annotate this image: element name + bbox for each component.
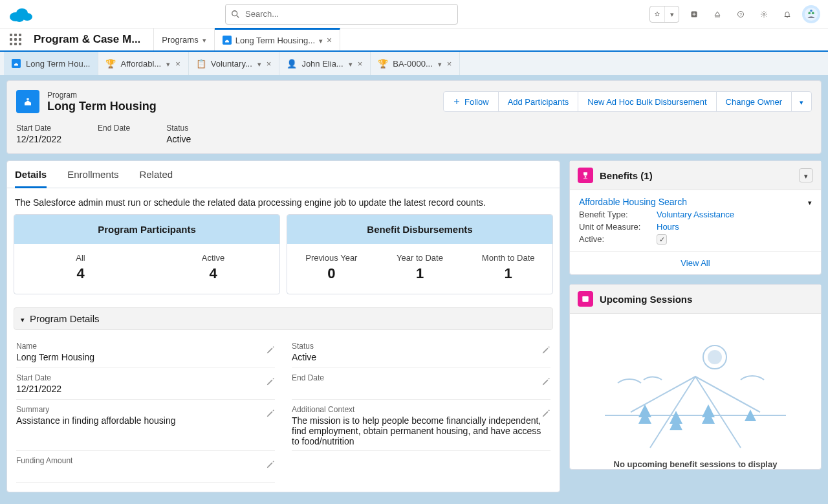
view-all-link[interactable]: View All (681, 258, 710, 268)
field-label: Unit of Measure: (579, 222, 657, 232)
record-actions: Follow Add Participants New Ad Hoc Bulk … (443, 91, 812, 112)
edit-pencil-icon[interactable] (266, 409, 275, 420)
metric-ytd: Year to Date 1 (376, 244, 464, 294)
add-participants-button[interactable]: Add Participants (498, 91, 579, 112)
ws-tab-label: Long Term Hou... (26, 59, 90, 69)
edit-pencil-icon[interactable] (541, 345, 550, 356)
change-owner-button[interactable]: Change Owner (716, 91, 792, 112)
field-value: 12/21/2022 (16, 134, 61, 144)
favorite-star-icon[interactable] (650, 6, 664, 22)
detail-tabset: Details Enrollments Related (7, 161, 560, 188)
field-value: Assistance in finding affordable housing (16, 415, 275, 427)
user-avatar[interactable] (802, 5, 820, 23)
new-disbursement-button[interactable]: New Ad Hoc Bulk Disbursement (578, 91, 716, 112)
salesforce-logo-icon (8, 5, 34, 23)
field-value: 12/21/2022 (16, 384, 275, 395)
search-icon (231, 10, 240, 19)
svg-line-5 (237, 16, 239, 17)
metric-card-participants: Program Participants All 4 Active 4 (14, 214, 280, 294)
global-search-input[interactable] (244, 8, 452, 19)
ws-tab-benefit[interactable]: 🏆 Affordabl... × (98, 52, 188, 75)
stage: Long Term Hou... 🏆 Affordabl... × 📋 Volu… (0, 52, 828, 504)
app-launcher-icon[interactable] (0, 28, 31, 50)
close-icon[interactable]: × (267, 59, 272, 69)
favorites-button-group (649, 6, 679, 23)
highlight-end-date: End Date (98, 124, 130, 144)
empty-state-text: No upcoming benefit sessions to display (579, 459, 812, 469)
chevron-down-icon[interactable] (257, 59, 261, 69)
chevron-down-icon[interactable] (319, 36, 323, 45)
chevron-down-icon[interactable] (166, 59, 170, 69)
close-icon[interactable]: × (327, 35, 332, 45)
record-header: Program Long Term Housing Follow Add Par… (6, 80, 822, 154)
global-add-icon[interactable] (686, 6, 703, 23)
empty-state-illustration-icon (605, 328, 786, 451)
benefit-type-link[interactable]: Voluntary Assistance (657, 210, 734, 219)
edit-pencil-icon[interactable] (266, 460, 275, 471)
svg-point-9 (763, 13, 765, 15)
ws-tab-contact[interactable]: 👤 John Elia... × (279, 52, 371, 75)
ws-tab-program[interactable]: Long Term Hou... (4, 52, 98, 75)
close-icon[interactable]: × (358, 59, 363, 69)
benefit-link[interactable]: Affordable Housing Search (579, 197, 687, 207)
tab-enrollments[interactable]: Enrollments (67, 169, 118, 188)
program-icon (12, 59, 21, 68)
field-label: Benefit Type: (579, 210, 657, 219)
tab-related[interactable]: Related (139, 169, 173, 188)
edit-pencil-icon[interactable] (266, 377, 275, 388)
ws-tab-label: Affordabl... (120, 59, 161, 69)
ws-tab-label: Voluntary... (211, 59, 252, 69)
field-label: Start Date (16, 124, 61, 133)
field-value (16, 466, 275, 478)
detail-panel: Details Enrollments Related The Salesfor… (6, 160, 560, 492)
section-program-details[interactable]: Program Details (14, 307, 553, 330)
card-title: Upcoming Sessions (600, 294, 813, 305)
metric-label: Month to Date (464, 253, 552, 263)
uom-link[interactable]: Hours (657, 222, 679, 232)
field-label: Active: (579, 234, 657, 245)
tab-details[interactable]: Details (15, 169, 47, 188)
metric-value: 1 (376, 265, 464, 282)
metric-value: 0 (287, 265, 376, 282)
notifications-bell-icon[interactable] (779, 6, 796, 23)
chevron-down-icon[interactable] (349, 59, 353, 69)
close-icon[interactable]: × (175, 59, 180, 69)
trophy-icon (578, 168, 593, 183)
favorites-dropdown-icon[interactable] (664, 6, 679, 22)
close-icon[interactable]: × (447, 59, 452, 69)
global-search[interactable] (225, 4, 458, 25)
card-menu-button[interactable] (799, 168, 813, 182)
chevron-down-icon (800, 97, 803, 107)
ws-tab-voluntary[interactable]: 📋 Voluntary... × (189, 52, 280, 75)
edit-pencil-icon[interactable] (541, 409, 550, 420)
chevron-down-icon[interactable] (202, 35, 206, 45)
record-entity-icon (16, 90, 39, 113)
follow-button[interactable]: Follow (443, 91, 499, 112)
field-summary: Summary Assistance in finding affordable… (16, 400, 275, 451)
metric-label: All (14, 253, 147, 263)
edit-pencil-icon[interactable] (266, 345, 275, 356)
nav-tab-label: Long Term Housing... (235, 36, 315, 45)
setup-gear-icon[interactable] (756, 6, 772, 23)
ws-tab-ba[interactable]: 🏆 BA-0000... × (371, 52, 460, 75)
svg-point-19 (708, 351, 721, 364)
field-name: Name Long Term Housing (16, 336, 275, 368)
nav-tab-programs[interactable]: Programs (154, 28, 214, 50)
chevron-down-icon[interactable] (438, 59, 442, 69)
edit-pencil-icon[interactable] (541, 377, 550, 388)
ws-tab-label: John Elia... (301, 59, 343, 69)
svg-point-13 (810, 9, 812, 12)
nav-tab-record[interactable]: Long Term Housing... × (215, 28, 341, 50)
help-icon[interactable]: ? (732, 6, 749, 23)
upcoming-sessions-card: Upcoming Sessions (569, 284, 822, 470)
metric-label: Previous Year (287, 253, 376, 263)
more-actions-button[interactable] (791, 91, 812, 112)
salesforce-help-guidance-icon[interactable] (709, 6, 726, 23)
field-label: Additional Context (292, 405, 550, 414)
field-label: End Date (292, 373, 550, 382)
svg-point-3 (15, 16, 24, 22)
metric-title: Program Participants (14, 215, 279, 244)
button-label: Follow (464, 97, 489, 107)
item-menu-button[interactable] (808, 197, 812, 207)
clipboard-icon: 📋 (197, 59, 206, 68)
